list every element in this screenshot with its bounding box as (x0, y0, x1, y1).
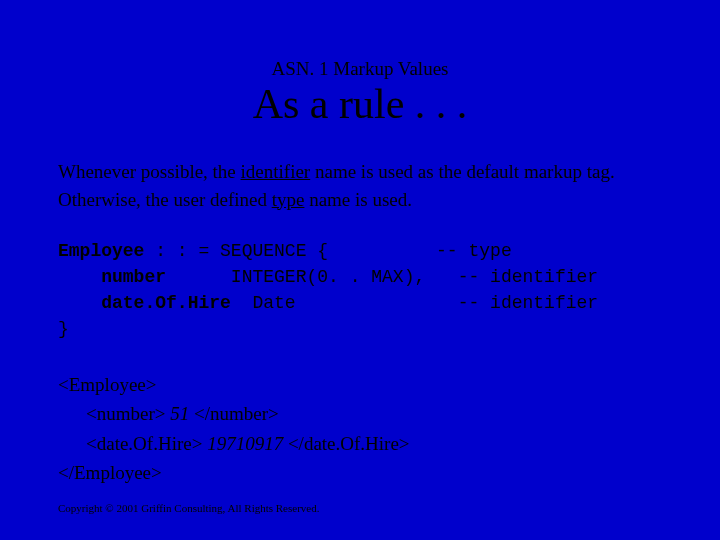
code-2c: INTEGER(0. . MAX), -- identifier (166, 267, 598, 287)
code-1b: : : = SEQUENCE { -- type (144, 241, 511, 261)
code-block: Employee : : = SEQUENCE { -- type number… (58, 238, 598, 342)
xml-2b: </number> (189, 403, 279, 424)
xml-line-3: <date.Of.Hire> 19710917 </date.Of.Hire> (86, 429, 410, 458)
body-1u: identifier (241, 161, 311, 182)
body-line-2: Otherwise, the user defined type name is… (58, 186, 668, 214)
slide: ASN. 1 Markup Values As a rule . . . Whe… (0, 0, 720, 540)
code-3c: Date -- identifier (231, 293, 598, 313)
footer: Copyright © 2001 Griffin Consulting, All… (58, 502, 319, 514)
code-4: } (58, 319, 69, 339)
body-2b: name is used. (304, 189, 412, 210)
xml-line-1: <Employee> (58, 370, 410, 399)
body-2a: Otherwise, the user defined (58, 189, 272, 210)
body-text: Whenever possible, the identifier name i… (58, 158, 668, 213)
code-2b: number (101, 267, 166, 287)
code-3b: date.Of.Hire (101, 293, 231, 313)
xml-line-2: <number> 51 </number> (86, 399, 410, 428)
body-line-1: Whenever possible, the identifier name i… (58, 158, 668, 186)
xml-3a: <date.Of.Hire> (86, 433, 207, 454)
supertitle: ASN. 1 Markup Values (0, 58, 720, 80)
body-1a: Whenever possible, the (58, 161, 241, 182)
xml-2a: <number> (86, 403, 170, 424)
title: As a rule . . . (0, 80, 720, 128)
code-1a: Employee (58, 241, 144, 261)
code-2a (58, 267, 101, 287)
xml-block: <Employee> <number> 51 </number> <date.O… (58, 370, 410, 488)
code-3a (58, 293, 101, 313)
xml-3b: </date.Of.Hire> (283, 433, 409, 454)
xml-2i: 51 (170, 403, 189, 424)
body-2u: type (272, 189, 305, 210)
body-1b: name is used as the default markup tag. (310, 161, 614, 182)
xml-3i: 19710917 (207, 433, 283, 454)
xml-line-4: </Employee> (58, 458, 410, 487)
